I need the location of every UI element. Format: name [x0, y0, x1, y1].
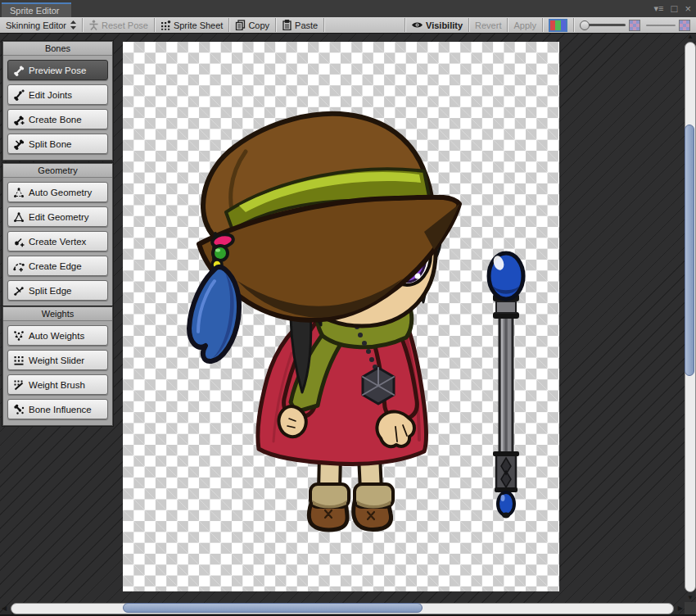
witch-sprite: [189, 114, 459, 530]
pose-figure-icon: [88, 20, 99, 30]
button-label: Weight Brush: [29, 380, 85, 390]
weights-auto-icon: [13, 330, 25, 342]
sprite-canvas[interactable]: [123, 42, 559, 591]
paste-icon: [282, 20, 292, 30]
title-bar: Sprite Editor ▾≡ □ ×: [0, 0, 696, 17]
button-label: Split Edge: [29, 286, 71, 296]
tab-label: Sprite Editor: [10, 6, 60, 16]
scroll-left-icon[interactable]: ◀: [2, 605, 7, 613]
bone-influence-icon: [13, 404, 25, 415]
bone-split-icon: [13, 138, 25, 150]
toolbar: Skinning Editor Reset Pose Sprite Sheet …: [0, 17, 696, 34]
texture-chip-icon: [679, 20, 690, 31]
mesh-auto-icon: [13, 187, 25, 198]
bone-influence-button[interactable]: Bone Influence: [7, 399, 108, 419]
bone-icon: [13, 65, 25, 76]
edge-split-icon: [13, 285, 25, 297]
tab-sprite-editor[interactable]: Sprite Editor: [2, 2, 71, 18]
mode-dropdown[interactable]: Skinning Editor: [0, 17, 82, 33]
scroll-down-icon[interactable]: ▼: [687, 594, 694, 602]
edge-add-icon: [13, 260, 25, 272]
close-icon[interactable]: ×: [685, 2, 691, 16]
color-swatch-icon: [549, 19, 567, 32]
weights-panel: Weights Auto Weights Weight Slider Weigh…: [2, 306, 113, 426]
apply-button[interactable]: Apply: [508, 17, 542, 33]
slider-track[interactable]: [588, 24, 626, 26]
split-bone-button[interactable]: Split Bone: [7, 134, 108, 154]
mode-dropdown-label: Skinning Editor: [6, 20, 66, 30]
cube-pendant: [363, 368, 394, 404]
scroll-up-icon[interactable]: ▲: [687, 33, 694, 41]
button-label: Split Bone: [29, 139, 71, 149]
reset-pose-label: Reset Pose: [102, 20, 148, 30]
auto-geometry-button[interactable]: Auto Geometry: [7, 182, 108, 202]
weights-panel-header: Weights: [3, 307, 112, 321]
create-edge-button[interactable]: Create Edge: [7, 256, 108, 276]
maximize-icon[interactable]: □: [671, 2, 678, 16]
horizontal-scroll-thumb[interactable]: [123, 603, 423, 613]
overlay-color-button[interactable]: [543, 17, 573, 33]
revert-button[interactable]: Revert: [469, 17, 507, 33]
sprite-sheet-label: Sprite Sheet: [174, 20, 224, 30]
weight-slider-button[interactable]: Weight Slider: [7, 350, 108, 370]
sprite-editor-window: Sprite Editor ▾≡ □ × Skinning Editor Res…: [0, 0, 696, 616]
button-label: Create Bone: [29, 115, 82, 125]
vertical-scrollbar[interactable]: ▲ ▼: [684, 33, 696, 602]
horizontal-scrollbar[interactable]: ◀ ▶: [0, 602, 685, 614]
paste-label: Paste: [295, 20, 318, 30]
button-label: Create Edge: [29, 261, 82, 271]
button-label: Bone Influence: [29, 405, 92, 414]
geometry-panel-header: Geometry: [3, 164, 112, 178]
slider-knob[interactable]: [580, 20, 590, 30]
bone-opacity-slider[interactable]: [574, 17, 646, 33]
bone-joint-icon: [13, 89, 25, 101]
button-label: Edit Joints: [29, 90, 72, 100]
edit-joints-button[interactable]: Edit Joints: [7, 84, 108, 105]
copy-icon: [235, 20, 246, 30]
reset-pose-button[interactable]: Reset Pose: [83, 17, 154, 33]
copy-button[interactable]: Copy: [229, 17, 275, 33]
create-vertex-button[interactable]: Create Vertex: [7, 231, 108, 251]
preview-pose-button[interactable]: Preview Pose: [7, 60, 108, 80]
bones-panel: Bones Preview Pose Edit Joints Create Bo…: [2, 41, 113, 161]
button-label: Auto Geometry: [29, 188, 92, 197]
weight-brush-button[interactable]: Weight Brush: [7, 374, 108, 395]
slider-track[interactable]: [646, 25, 676, 26]
dropdown-arrows-icon: [70, 20, 76, 29]
vertex-add-icon: [13, 236, 25, 247]
button-label: Auto Weights: [29, 331, 84, 341]
split-edge-button[interactable]: Split Edge: [7, 280, 108, 301]
sprite-sheet-button[interactable]: Sprite Sheet: [155, 17, 229, 33]
visibility-label: Visibility: [426, 20, 463, 30]
vertical-scroll-thumb[interactable]: [685, 125, 694, 376]
mesh-opacity-slider[interactable]: [646, 17, 696, 33]
revert-label: Revert: [475, 20, 501, 30]
paste-button[interactable]: Paste: [276, 17, 323, 33]
button-label: Edit Geometry: [29, 212, 89, 222]
sprite-sheet-icon: [160, 20, 171, 30]
staff-sprite: [489, 253, 523, 519]
button-label: Weight Slider: [29, 356, 84, 365]
weight-slider-icon: [13, 355, 25, 366]
feather: [189, 267, 239, 361]
sprite-canvas-svg: [123, 42, 559, 591]
scroll-right-icon[interactable]: ▶: [678, 605, 683, 613]
auto-weights-button[interactable]: Auto Weights: [7, 325, 108, 346]
texture-chip-icon: [629, 20, 640, 31]
mesh-edit-icon: [13, 211, 25, 223]
bones-panel-header: Bones: [3, 42, 112, 56]
window-menu-icon[interactable]: ▾≡: [654, 2, 664, 16]
weight-brush-icon: [13, 379, 25, 391]
create-bone-button[interactable]: Create Bone: [7, 109, 108, 129]
visibility-button[interactable]: Visibility: [405, 17, 468, 33]
edit-geometry-button[interactable]: Edit Geometry: [7, 206, 108, 227]
apply-label: Apply: [513, 20, 536, 30]
bone-add-icon: [13, 114, 25, 125]
copy-label: Copy: [248, 20, 269, 30]
button-label: Preview Pose: [29, 66, 86, 75]
button-label: Create Vertex: [29, 237, 86, 247]
eye-icon: [411, 20, 423, 29]
geometry-panel: Geometry Auto Geometry Edit Geometry Cre…: [2, 163, 113, 307]
